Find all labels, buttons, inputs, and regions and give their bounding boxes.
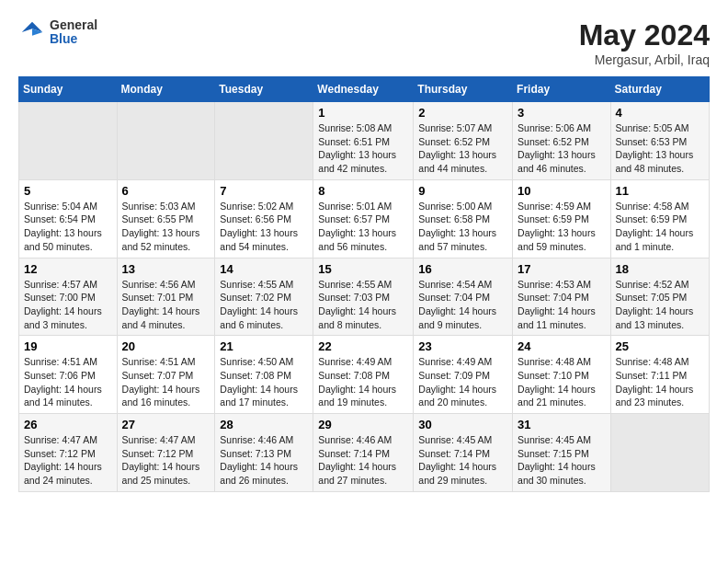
calendar-cell-2-4: 16Sunrise: 4:54 AMSunset: 7:04 PMDayligh… (414, 258, 513, 336)
day-number: 6 (122, 184, 210, 198)
title-block: May 2024 Mergasur, Arbil, Iraq (579, 18, 710, 67)
logo-general: General (50, 18, 97, 32)
day-info: Sunrise: 4:48 AMSunset: 7:11 PMDaylight:… (616, 355, 704, 409)
day-info: Sunrise: 4:46 AMSunset: 7:13 PMDaylight:… (220, 433, 308, 488)
day-info: Sunrise: 4:46 AMSunset: 7:14 PMDaylight:… (318, 433, 408, 488)
day-info: Sunrise: 4:49 AMSunset: 7:09 PMDaylight:… (418, 355, 507, 409)
calendar-cell-2-6: 18Sunrise: 4:52 AMSunset: 7:05 PMDayligh… (610, 258, 709, 336)
day-info: Sunrise: 5:00 AMSunset: 6:58 PMDaylight:… (418, 200, 507, 254)
calendar-row-3: 12Sunrise: 4:57 AMSunset: 7:00 PMDayligh… (19, 258, 710, 336)
calendar-cell-4-1: 27Sunrise: 4:47 AMSunset: 7:12 PMDayligh… (117, 414, 215, 492)
logo: General Blue (18, 18, 97, 47)
logo-icon (18, 18, 46, 46)
day-info: Sunrise: 4:53 AMSunset: 7:04 PMDaylight:… (518, 278, 606, 332)
day-number: 25 (616, 339, 704, 353)
calendar-cell-3-6: 25Sunrise: 4:48 AMSunset: 7:11 PMDayligh… (610, 336, 709, 414)
day-number: 20 (122, 339, 210, 353)
day-info: Sunrise: 4:45 AMSunset: 7:14 PMDaylight:… (418, 433, 507, 488)
calendar-cell-4-5: 31Sunrise: 4:45 AMSunset: 7:15 PMDayligh… (513, 414, 611, 492)
day-number: 15 (318, 262, 408, 276)
day-number: 7 (220, 184, 308, 198)
calendar-row-2: 5Sunrise: 5:04 AMSunset: 6:54 PMDaylight… (19, 179, 710, 258)
day-number: 4 (616, 106, 704, 120)
location-subtitle: Mergasur, Arbil, Iraq (579, 52, 710, 67)
day-number: 24 (518, 339, 606, 353)
day-info: Sunrise: 4:59 AMSunset: 6:59 PMDaylight:… (518, 200, 606, 254)
day-info: Sunrise: 4:49 AMSunset: 7:08 PMDaylight:… (318, 355, 408, 409)
day-info: Sunrise: 5:08 AMSunset: 6:51 PMDaylight:… (318, 121, 408, 176)
day-number: 19 (24, 339, 112, 353)
day-number: 21 (220, 339, 308, 353)
calendar-cell-1-1: 6Sunrise: 5:03 AMSunset: 6:55 PMDaylight… (117, 179, 215, 258)
calendar-cell-0-6: 4Sunrise: 5:05 AMSunset: 6:53 PMDaylight… (610, 102, 709, 180)
day-number: 29 (318, 418, 408, 431)
calendar-cell-2-2: 14Sunrise: 4:55 AMSunset: 7:02 PMDayligh… (215, 258, 313, 336)
day-info: Sunrise: 4:50 AMSunset: 7:08 PMDaylight:… (220, 355, 308, 409)
calendar-cell-2-3: 15Sunrise: 4:55 AMSunset: 7:03 PMDayligh… (313, 258, 414, 336)
calendar-cell-3-1: 20Sunrise: 4:51 AMSunset: 7:07 PMDayligh… (117, 336, 215, 414)
col-wednesday: Wednesday (313, 77, 414, 102)
calendar-cell-3-3: 22Sunrise: 4:49 AMSunset: 7:08 PMDayligh… (313, 336, 414, 414)
day-info: Sunrise: 4:58 AMSunset: 6:59 PMDaylight:… (616, 200, 704, 254)
day-info: Sunrise: 4:55 AMSunset: 7:03 PMDaylight:… (318, 278, 408, 332)
day-number: 14 (220, 262, 308, 276)
calendar-cell-3-0: 19Sunrise: 4:51 AMSunset: 7:06 PMDayligh… (19, 336, 118, 414)
day-number: 23 (418, 339, 507, 353)
calendar-cell-4-3: 29Sunrise: 4:46 AMSunset: 7:14 PMDayligh… (313, 414, 414, 492)
calendar-row-1: 1Sunrise: 5:08 AMSunset: 6:51 PMDaylight… (19, 102, 710, 180)
day-number: 8 (318, 184, 408, 198)
calendar-row-5: 26Sunrise: 4:47 AMSunset: 7:12 PMDayligh… (19, 414, 710, 492)
col-friday: Friday (513, 77, 611, 102)
col-tuesday: Tuesday (215, 77, 313, 102)
day-info: Sunrise: 5:04 AMSunset: 6:54 PMDaylight:… (24, 200, 112, 254)
calendar-cell-4-6 (610, 414, 709, 492)
day-number: 11 (616, 184, 704, 198)
col-sunday: Sunday (19, 77, 118, 102)
day-info: Sunrise: 4:54 AMSunset: 7:04 PMDaylight:… (418, 278, 507, 332)
main-title: May 2024 (579, 18, 710, 52)
col-thursday: Thursday (414, 77, 513, 102)
day-number: 31 (518, 418, 606, 431)
calendar-cell-1-0: 5Sunrise: 5:04 AMSunset: 6:54 PMDaylight… (19, 179, 118, 258)
calendar-cell-2-0: 12Sunrise: 4:57 AMSunset: 7:00 PMDayligh… (19, 258, 118, 336)
calendar-cell-1-3: 8Sunrise: 5:01 AMSunset: 6:57 PMDaylight… (313, 179, 414, 258)
day-number: 26 (24, 418, 112, 431)
day-info: Sunrise: 5:01 AMSunset: 6:57 PMDaylight:… (318, 200, 408, 254)
day-info: Sunrise: 4:47 AMSunset: 7:12 PMDaylight:… (24, 433, 112, 488)
day-info: Sunrise: 4:51 AMSunset: 7:07 PMDaylight:… (122, 355, 210, 409)
calendar-cell-3-4: 23Sunrise: 4:49 AMSunset: 7:09 PMDayligh… (414, 336, 513, 414)
calendar-cell-0-4: 2Sunrise: 5:07 AMSunset: 6:52 PMDaylight… (414, 102, 513, 180)
calendar-cell-3-2: 21Sunrise: 4:50 AMSunset: 7:08 PMDayligh… (215, 336, 313, 414)
calendar-header-row: Sunday Monday Tuesday Wednesday Thursday… (19, 77, 710, 102)
calendar-cell-0-0 (19, 102, 118, 180)
calendar-cell-0-1 (117, 102, 215, 180)
day-info: Sunrise: 4:57 AMSunset: 7:00 PMDaylight:… (24, 278, 112, 332)
day-number: 13 (122, 262, 210, 276)
day-info: Sunrise: 4:48 AMSunset: 7:10 PMDaylight:… (518, 355, 606, 409)
calendar-cell-1-2: 7Sunrise: 5:02 AMSunset: 6:56 PMDaylight… (215, 179, 313, 258)
day-info: Sunrise: 4:52 AMSunset: 7:05 PMDaylight:… (616, 278, 704, 332)
day-number: 3 (518, 106, 606, 120)
calendar-cell-2-1: 13Sunrise: 4:56 AMSunset: 7:01 PMDayligh… (117, 258, 215, 336)
col-monday: Monday (117, 77, 215, 102)
day-number: 28 (220, 418, 308, 431)
day-number: 1 (318, 106, 408, 120)
calendar-cell-2-5: 17Sunrise: 4:53 AMSunset: 7:04 PMDayligh… (513, 258, 611, 336)
calendar-cell-1-5: 10Sunrise: 4:59 AMSunset: 6:59 PMDayligh… (513, 179, 611, 258)
day-number: 16 (418, 262, 507, 276)
calendar-cell-4-0: 26Sunrise: 4:47 AMSunset: 7:12 PMDayligh… (19, 414, 118, 492)
day-info: Sunrise: 4:45 AMSunset: 7:15 PMDaylight:… (518, 433, 606, 488)
day-number: 2 (418, 106, 507, 120)
logo-blue-text: Blue (50, 32, 97, 46)
day-number: 17 (518, 262, 606, 276)
calendar-cell-1-4: 9Sunrise: 5:00 AMSunset: 6:58 PMDaylight… (414, 179, 513, 258)
day-info: Sunrise: 5:05 AMSunset: 6:53 PMDaylight:… (616, 121, 704, 176)
calendar-table: Sunday Monday Tuesday Wednesday Thursday… (18, 76, 710, 492)
day-number: 12 (24, 262, 112, 276)
calendar-cell-4-4: 30Sunrise: 4:45 AMSunset: 7:14 PMDayligh… (414, 414, 513, 492)
day-number: 9 (418, 184, 507, 198)
day-info: Sunrise: 4:51 AMSunset: 7:06 PMDaylight:… (24, 355, 112, 409)
day-number: 30 (418, 418, 507, 431)
day-number: 22 (318, 339, 408, 353)
day-number: 18 (616, 262, 704, 276)
